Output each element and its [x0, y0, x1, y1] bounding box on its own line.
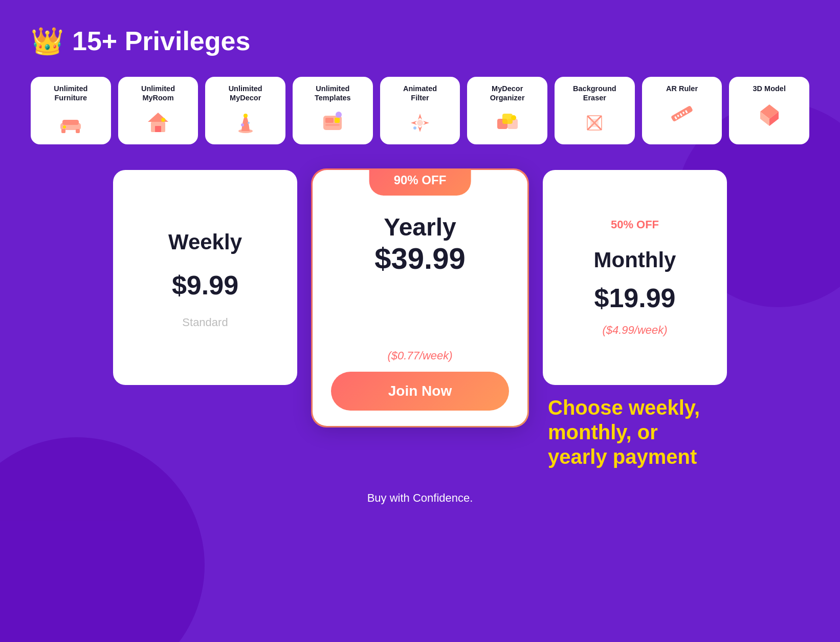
privilege-animated-filter[interactable]: AnimatedFilter — [380, 77, 460, 144]
svg-point-10 — [244, 114, 248, 118]
svg-rect-28 — [671, 105, 693, 122]
join-now-button[interactable]: Join Now — [331, 372, 509, 411]
svg-point-23 — [511, 115, 516, 120]
choose-payment-text: Choose weekly,monthly, oryearly payment — [548, 395, 722, 479]
svg-rect-27 — [590, 119, 599, 127]
privilege-unlimited-templates[interactable]: UnlimitedTemplates — [293, 77, 373, 144]
svg-rect-15 — [335, 118, 340, 123]
furniture-icon — [54, 106, 87, 139]
svg-rect-3 — [76, 129, 80, 133]
privilege-unlimited-furniture[interactable]: UnlimitedFurniture — [31, 77, 111, 144]
svg-rect-7 — [155, 126, 161, 132]
svg-point-8 — [161, 118, 165, 122]
privilege-unlimited-myroom[interactable]: UnlimitedMyRoom — [118, 77, 198, 144]
page-title: 15+ Privileges — [72, 26, 250, 56]
monthly-weekly-rate: ($4.99/week) — [602, 324, 667, 337]
yearly-badge: 90% OFF — [369, 169, 471, 196]
monthly-badge: 50% OFF — [611, 218, 659, 231]
weekly-plan-price: $9.99 — [172, 270, 238, 301]
crown-icon: 👑 — [31, 28, 64, 54]
pricing-row: Weekly $9.99 Standard 90% OFF Yearly $39… — [31, 170, 809, 479]
svg-marker-5 — [148, 113, 168, 122]
privilege-ar-ruler[interactable]: AR Ruler — [642, 77, 722, 144]
privilege-mydecor-organizer[interactable]: MyDecorOrganizer — [467, 77, 547, 144]
myroom-icon — [142, 106, 174, 139]
svg-rect-14 — [325, 118, 334, 123]
weekly-plan-subtitle: Standard — [182, 316, 228, 329]
svg-point-12 — [248, 122, 250, 124]
monthly-plan-name: Monthly — [594, 248, 676, 272]
privilege-background-eraser[interactable]: BackgroundEraser — [555, 77, 635, 144]
svg-rect-22 — [502, 114, 513, 124]
templates-icon — [316, 106, 349, 139]
svg-rect-16 — [325, 124, 340, 126]
privilege-unlimited-mydecor[interactable]: UnlimitedMyDecor — [205, 77, 285, 144]
svg-point-4 — [63, 125, 66, 129]
svg-rect-1 — [62, 120, 79, 125]
ar-ruler-icon — [666, 97, 698, 130]
weekly-plan-name: Weekly — [168, 230, 242, 254]
header: 👑 15+ Privileges — [31, 26, 809, 56]
bg-eraser-icon — [578, 106, 611, 139]
yearly-plan-name: Yearly — [384, 213, 456, 241]
svg-point-17 — [336, 112, 342, 118]
yearly-plan-card[interactable]: 90% OFF Yearly $39.99 ($0.77/week) Join … — [313, 170, 527, 426]
svg-point-18 — [417, 120, 423, 126]
svg-rect-2 — [61, 129, 65, 133]
3d-model-icon — [753, 97, 786, 130]
animated-filter-icon — [404, 106, 436, 139]
yearly-plan-price: $39.99 — [374, 241, 465, 275]
buy-confidence-text: Buy with Confidence. — [31, 491, 809, 505]
monthly-plan-price: $19.99 — [594, 283, 675, 313]
privileges-row: UnlimitedFurniture UnlimitedMyRoom — [31, 77, 809, 144]
monthly-plan-card[interactable]: 50% OFF Monthly $19.99 ($4.99/week) — [543, 170, 727, 385]
yearly-plan-wrapper: 90% OFF Yearly $39.99 ($0.77/week) Join … — [313, 170, 527, 426]
yearly-bottom: ($0.77/week) Join Now — [331, 349, 509, 426]
mydecor-icon — [229, 106, 262, 139]
organizer-icon — [491, 106, 524, 139]
privilege-3d-model[interactable]: 3D Model — [729, 77, 809, 144]
yearly-weekly-rate: ($0.77/week) — [387, 349, 452, 362]
svg-point-11 — [241, 123, 244, 126]
svg-point-19 — [413, 126, 416, 130]
monthly-right-wrapper: 50% OFF Monthly $19.99 ($4.99/week) Choo… — [543, 170, 727, 479]
weekly-plan-card[interactable]: Weekly $9.99 Standard — [113, 170, 297, 385]
